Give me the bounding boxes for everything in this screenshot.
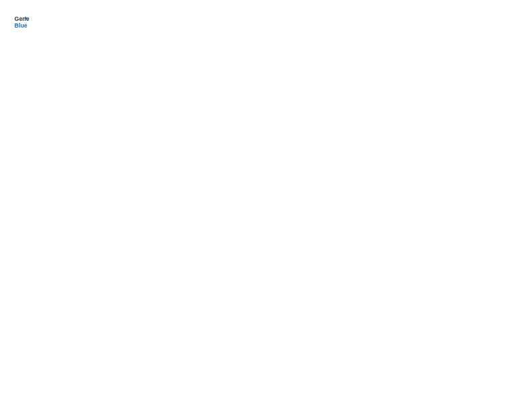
logo-icon: General Blue xyxy=(13,13,30,30)
logo: General Blue xyxy=(13,13,32,30)
page-header: General Blue xyxy=(13,13,519,30)
svg-text:Blue: Blue xyxy=(15,22,28,29)
